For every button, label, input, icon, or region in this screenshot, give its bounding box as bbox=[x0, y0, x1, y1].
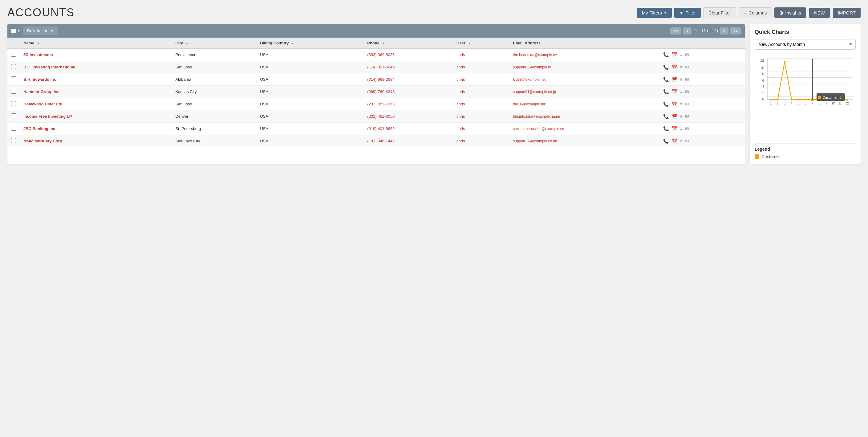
bulk-action-button[interactable]: Bulk Action ▼ bbox=[23, 27, 58, 35]
call-icon[interactable]: 📞 bbox=[663, 77, 669, 82]
name-column-header[interactable]: Name ▲ bbox=[20, 38, 172, 49]
filter-button[interactable]: ▼ Filter bbox=[674, 8, 701, 18]
email-icon[interactable]: ✉ bbox=[685, 77, 689, 82]
account-name-link[interactable]: MMM Mortuary Corp bbox=[23, 139, 62, 143]
select-all-caret-icon[interactable]: ▼ bbox=[17, 29, 20, 33]
list-icon[interactable]: ≡ bbox=[680, 89, 683, 94]
email-link[interactable]: section.beans.kid@example.cn bbox=[513, 127, 564, 131]
city-column-header[interactable]: City ▲ bbox=[172, 38, 256, 49]
phone-link[interactable]: (314) 988-2684 bbox=[367, 77, 395, 82]
user-link[interactable]: chris bbox=[457, 52, 465, 57]
prev-page-button[interactable]: < bbox=[683, 27, 691, 34]
chart-type-select[interactable]: New Accounts by Month bbox=[755, 39, 856, 50]
email-link[interactable]: the.info.info@example.name bbox=[513, 114, 560, 119]
calendar-icon[interactable]: 📅 bbox=[672, 77, 677, 82]
row-user-cell: chris bbox=[453, 49, 509, 61]
calendar-icon[interactable]: 📅 bbox=[672, 126, 677, 132]
phone-link[interactable]: (989) 760-4343 bbox=[367, 89, 395, 94]
row-checkbox[interactable] bbox=[11, 52, 16, 57]
user-link[interactable]: chris bbox=[457, 114, 465, 119]
row-checkbox[interactable] bbox=[11, 89, 16, 94]
call-icon[interactable]: 📞 bbox=[663, 52, 669, 58]
first-page-button[interactable]: << bbox=[670, 27, 681, 34]
row-phone-cell: (314) 988-2684 bbox=[364, 74, 453, 86]
clear-filter-button[interactable]: Clear Filter bbox=[703, 7, 736, 18]
user-link[interactable]: chris bbox=[457, 102, 465, 106]
email-link[interactable]: the16@example.biz bbox=[513, 102, 546, 106]
call-icon[interactable]: 📞 bbox=[663, 101, 669, 107]
call-icon[interactable]: 📞 bbox=[663, 138, 669, 144]
toolbar-left: ▼ Bulk Action ▼ bbox=[11, 27, 58, 35]
phone-column-header[interactable]: Phone ▲ bbox=[364, 38, 453, 49]
user-link[interactable]: chris bbox=[457, 126, 465, 131]
user-link[interactable]: chris bbox=[457, 77, 465, 82]
account-name-link[interactable]: Income Free Investing LP bbox=[23, 114, 72, 119]
calendar-icon[interactable]: 📅 bbox=[672, 138, 677, 144]
account-name-link[interactable]: 5D Investments bbox=[23, 52, 53, 57]
account-name-link[interactable]: Hollywood Diner Ltd bbox=[23, 102, 62, 106]
phone-link[interactable]: (031) 462-3050 bbox=[367, 114, 395, 119]
columns-button[interactable]: ≡ Columns bbox=[739, 7, 772, 18]
email-link[interactable]: kid38@example.net bbox=[513, 77, 546, 82]
email-link[interactable]: support91@example.co.jp bbox=[513, 90, 556, 94]
user-column-header[interactable]: User ▲ bbox=[453, 38, 509, 49]
account-name-link[interactable]: B.H. Edwards Inc bbox=[23, 77, 56, 82]
account-name-link[interactable]: Hammer Group Inc bbox=[23, 89, 59, 94]
phone-link[interactable]: (893) 969-8036 bbox=[367, 52, 395, 57]
call-icon[interactable]: 📞 bbox=[663, 89, 669, 95]
new-button[interactable]: NEW bbox=[809, 8, 830, 18]
list-icon[interactable]: ≡ bbox=[680, 77, 683, 82]
calendar-icon[interactable]: 📅 bbox=[672, 64, 677, 70]
insights-button[interactable]: ◑ Insights bbox=[774, 7, 806, 18]
call-icon[interactable]: 📞 bbox=[663, 64, 669, 70]
row-actions: 📞 📅 ≡ ✉ bbox=[663, 101, 741, 107]
table-row: JBC Banking Inc St. Petersburg USA (918)… bbox=[7, 123, 745, 135]
email-link[interactable]: support37@example.co.uk bbox=[513, 139, 557, 143]
phone-link[interactable]: (191) 946-1442 bbox=[367, 139, 395, 143]
list-icon[interactable]: ≡ bbox=[680, 138, 683, 144]
row-checkbox[interactable] bbox=[11, 77, 16, 81]
select-all-checkbox[interactable] bbox=[11, 28, 16, 33]
email-icon[interactable]: ✉ bbox=[685, 138, 689, 144]
email-icon[interactable]: ✉ bbox=[685, 52, 689, 58]
call-icon[interactable]: 📞 bbox=[663, 126, 669, 132]
user-link[interactable]: chris bbox=[457, 65, 465, 69]
email-icon[interactable]: ✉ bbox=[685, 126, 689, 132]
row-checkbox[interactable] bbox=[11, 101, 16, 106]
row-name-cell: B.C. Investing International bbox=[20, 61, 172, 74]
list-icon[interactable]: ≡ bbox=[680, 52, 683, 57]
calendar-icon[interactable]: 📅 bbox=[672, 101, 677, 107]
phone-link[interactable]: (918) 401-8639 bbox=[367, 126, 395, 131]
user-link[interactable]: chris bbox=[457, 139, 465, 143]
calendar-icon[interactable]: 📅 bbox=[672, 89, 677, 95]
import-button[interactable]: IMPORT bbox=[833, 8, 861, 18]
calendar-icon[interactable]: 📅 bbox=[672, 114, 677, 119]
email-icon[interactable]: ✉ bbox=[685, 64, 689, 70]
billing-country-column-header[interactable]: Billing Country ▲ bbox=[256, 38, 364, 49]
email-link[interactable]: the.beans.qa@example.tw bbox=[513, 53, 557, 57]
row-checkbox[interactable] bbox=[11, 113, 16, 118]
phone-link[interactable]: (232) 859-1665 bbox=[367, 102, 395, 106]
email-icon[interactable]: ✉ bbox=[685, 89, 689, 95]
list-icon[interactable]: ≡ bbox=[680, 126, 683, 131]
my-filters-button[interactable]: My Filters ▼ bbox=[637, 8, 672, 18]
list-icon[interactable]: ≡ bbox=[680, 101, 683, 107]
row-email-cell: the16@example.biz bbox=[509, 98, 659, 110]
row-checkbox[interactable] bbox=[11, 138, 16, 143]
last-page-button[interactable]: >> bbox=[730, 27, 741, 34]
email-icon[interactable]: ✉ bbox=[685, 101, 689, 107]
legend-label-customer: Customer bbox=[762, 154, 780, 159]
user-link[interactable]: chris bbox=[457, 89, 465, 94]
list-icon[interactable]: ≡ bbox=[680, 64, 683, 70]
account-name-link[interactable]: JBC Banking Inc bbox=[23, 126, 55, 131]
list-icon[interactable]: ≡ bbox=[680, 114, 683, 119]
calendar-icon[interactable]: 📅 bbox=[672, 52, 677, 58]
email-icon[interactable]: ✉ bbox=[685, 114, 689, 119]
phone-link[interactable]: (174) 897-6649 bbox=[367, 65, 395, 69]
email-link[interactable]: support83@example.tv bbox=[513, 65, 551, 69]
next-page-button[interactable]: > bbox=[720, 27, 728, 34]
account-name-link[interactable]: B.C. Investing International bbox=[23, 65, 75, 69]
row-checkbox[interactable] bbox=[11, 64, 16, 69]
call-icon[interactable]: 📞 bbox=[663, 114, 669, 119]
row-checkbox[interactable] bbox=[11, 126, 16, 131]
